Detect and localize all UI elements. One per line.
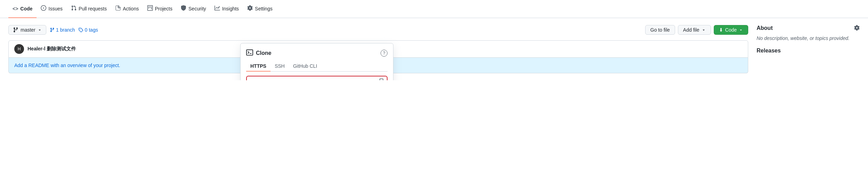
settings-icon [247, 5, 253, 12]
actions-icon [115, 5, 121, 12]
clone-title: Clone [256, 50, 271, 56]
clone-tab-github-cli[interactable]: GitHub CLI [289, 61, 321, 72]
top-nav: <> Code Issues Pull requests Actions Pro… [0, 0, 868, 18]
code-button[interactable]: ⬇ Code [714, 25, 748, 35]
clone-terminal-icon [246, 49, 253, 57]
tab-security[interactable]: Security [177, 0, 210, 18]
download-icon: ⬇ [719, 27, 723, 33]
tab-issues[interactable]: Issues [37, 0, 67, 18]
clone-tabs: HTTPS SSH GitHub CLI [246, 61, 388, 72]
repo-sidebar: About No description, website, or topics… [757, 25, 860, 73]
insights-icon [214, 5, 220, 12]
clone-tab-https[interactable]: HTTPS [246, 61, 271, 72]
about-description: No description, website, or topics provi… [757, 35, 860, 42]
avatar: H [14, 44, 24, 54]
tab-projects[interactable]: Projects [143, 0, 177, 18]
tag-count[interactable]: 0 tags [78, 27, 98, 33]
copy-url-button[interactable] [378, 79, 383, 80]
clone-title-row: Clone [246, 49, 271, 57]
clone-header: Clone ? [246, 49, 388, 57]
go-to-file-button[interactable]: Go to file [645, 25, 675, 35]
branch-actions: Go to file Add file ⬇ Code [645, 25, 748, 35]
clone-dropdown: Clone ? HTTPS SSH GitHub CLI Use Git or … [240, 43, 393, 80]
add-file-button[interactable]: Add file [678, 25, 711, 35]
releases-title: Releases [757, 48, 860, 54]
about-section: About [757, 25, 860, 32]
projects-icon [147, 5, 153, 12]
commit-message: Healer-l 删除测试文件 [28, 46, 76, 52]
clone-url-input[interactable] [250, 80, 375, 81]
branch-selector[interactable]: master [8, 25, 46, 35]
tab-actions[interactable]: Actions [111, 0, 143, 18]
tab-settings[interactable]: Settings [243, 0, 277, 18]
main-content: master 1 branch 0 tags Go to file Add fi… [0, 18, 868, 80]
security-icon [181, 5, 186, 12]
about-title: About [757, 25, 773, 31]
branch-bar: master 1 branch 0 tags Go to file Add fi… [8, 25, 748, 35]
issues-icon [41, 5, 46, 12]
tab-pull-requests[interactable]: Pull requests [67, 0, 111, 18]
clone-url-container [246, 76, 388, 80]
tab-insights[interactable]: Insights [210, 0, 243, 18]
gear-icon[interactable] [854, 25, 860, 32]
clone-tab-ssh[interactable]: SSH [271, 61, 289, 72]
tab-code[interactable]: <> Code [8, 0, 37, 18]
code-icon: <> [13, 6, 18, 11]
branch-count[interactable]: 1 branch [50, 27, 75, 33]
help-icon[interactable]: ? [381, 50, 388, 57]
pull-request-icon [71, 5, 77, 12]
